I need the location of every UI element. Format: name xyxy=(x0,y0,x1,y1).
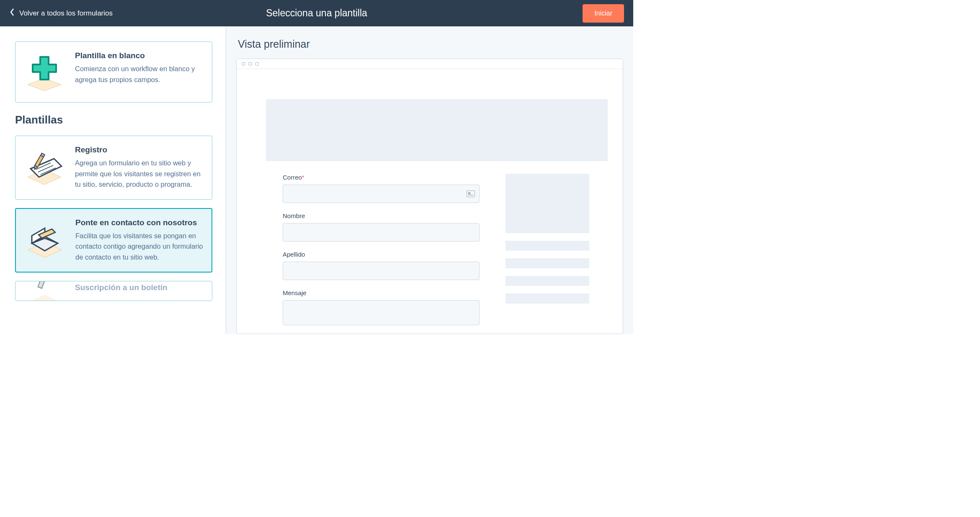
template-list: Plantilla en blanco Comienza con un work… xyxy=(0,26,226,334)
required-asterisk: * xyxy=(302,174,304,181)
signup-sheet-icon xyxy=(21,145,67,187)
chevron-left-icon xyxy=(9,8,15,19)
window-dot-icon xyxy=(255,62,259,66)
message-label: Mensaje xyxy=(283,289,480,296)
email-input[interactable] xyxy=(283,185,480,203)
back-label: Volver a todos los formularios xyxy=(19,9,113,18)
lastname-label: Apellido xyxy=(283,251,480,258)
sidebar-placeholder xyxy=(505,276,589,286)
top-bar: Volver a todos los formularios Seleccion… xyxy=(0,0,633,26)
preview-sidebar xyxy=(505,174,589,334)
svg-marker-14 xyxy=(28,295,61,301)
browser-chrome xyxy=(237,59,623,69)
email-label-text: Correo xyxy=(283,174,302,181)
card-title: Plantilla en blanco xyxy=(75,51,204,60)
card-desc: Facilita que los visitantes se pongan en… xyxy=(75,231,203,263)
newsletter-icon xyxy=(21,283,67,300)
card-title: Ponte en contacto con nosotros xyxy=(75,218,203,227)
firstname-input[interactable] xyxy=(283,223,480,242)
template-card-newsletter[interactable]: Suscripción a un boletín xyxy=(15,281,212,301)
hero-placeholder xyxy=(266,99,608,161)
sidebar-placeholder xyxy=(505,241,589,251)
firstname-label: Nombre xyxy=(283,212,480,219)
templates-heading: Plantillas xyxy=(15,113,212,126)
preview-body: Correo* Nombre Apellido xyxy=(237,69,623,334)
message-textarea[interactable] xyxy=(283,300,480,325)
template-card-registration[interactable]: Registro Agrega un formulario en tu siti… xyxy=(15,136,212,200)
start-button[interactable]: Iniciar xyxy=(583,4,624,23)
template-card-blank[interactable]: Plantilla en blanco Comienza con un work… xyxy=(15,41,212,103)
envelope-icon xyxy=(22,218,68,260)
preview-heading: Vista preliminar xyxy=(238,38,623,50)
email-label: Correo* xyxy=(283,174,480,181)
card-desc: Comienza con un workflow en blanco y agr… xyxy=(75,64,204,85)
svg-marker-1 xyxy=(33,57,56,80)
plus-isometric-icon xyxy=(21,51,67,93)
sidebar-placeholder xyxy=(505,174,589,233)
lastname-input[interactable] xyxy=(283,262,480,280)
preview-panel: Vista preliminar Correo* xyxy=(226,26,633,334)
sidebar-placeholder xyxy=(505,293,589,304)
window-dot-icon xyxy=(242,62,245,66)
card-desc: Agrega un formulario en tu sitio web y p… xyxy=(75,158,204,190)
back-link[interactable]: Volver a todos los formularios xyxy=(9,8,113,19)
window-dot-icon xyxy=(248,62,252,66)
main-layout: Plantilla en blanco Comienza con un work… xyxy=(0,26,633,334)
card-title: Suscripción a un boletín xyxy=(75,283,204,292)
page-title: Selecciona una plantilla xyxy=(266,8,367,19)
template-card-contact-us[interactable]: Ponte en contacto con nosotros Facilita … xyxy=(15,208,212,273)
svg-rect-15 xyxy=(38,281,46,288)
card-title: Registro xyxy=(75,145,204,154)
sidebar-placeholder xyxy=(505,258,589,268)
preview-browser-frame: Correo* Nombre Apellido xyxy=(236,59,623,334)
preview-form: Correo* Nombre Apellido xyxy=(283,174,480,334)
